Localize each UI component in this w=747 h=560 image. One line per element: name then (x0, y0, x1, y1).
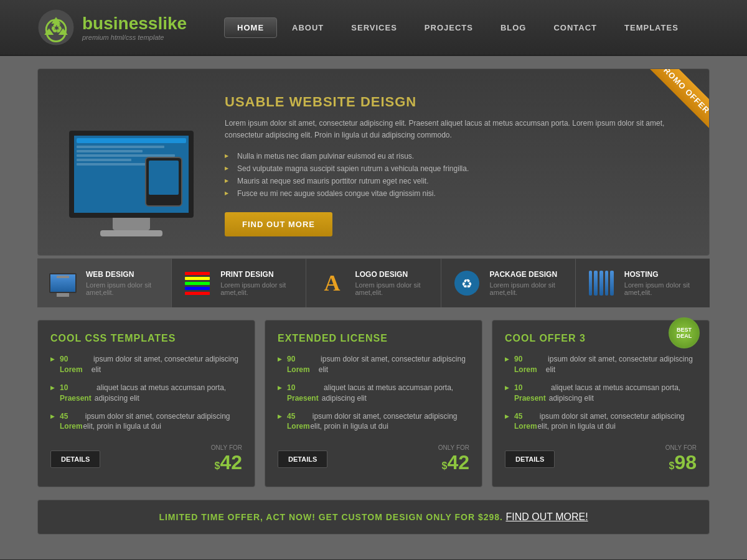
details-button[interactable]: DETAILS (50, 450, 100, 468)
svg-text:♻: ♻ (50, 21, 62, 35)
service-icon (47, 268, 78, 299)
service-desc: Lorem ipsum dolor sit amet,elit. (490, 281, 565, 296)
hero-description: Lorem ipsum dolor sit amet, consectetur … (225, 118, 690, 141)
hero-monitor (69, 131, 194, 236)
hero-bullet: Sed vulputate magna suscipit sapien rutr… (225, 162, 690, 175)
price-card-0: COOL CSS TEMPLATES 90 Lorem ipsum dolor … (37, 320, 255, 487)
service-info: WEB DESIGN Lorem ipsum dolor sit amet,el… (86, 270, 161, 296)
monitor-screen (69, 131, 194, 218)
price-footer: DETAILS ONLY FOR $98 (505, 444, 697, 474)
price-feature: 90 Lorem ipsum dolor sit amet, consectet… (278, 354, 469, 375)
price-footer: DETAILS ONLY FOR $42 (50, 444, 242, 474)
service-desc: Lorem ipsum dolor sit amet,elit. (220, 281, 296, 296)
services-bar: WEB DESIGN Lorem ipsum dolor sit amet,el… (37, 258, 710, 307)
hero-bullet: Mauris at neque sed mauris porttitor rut… (225, 175, 690, 187)
service-item-web-design[interactable]: WEB DESIGN Lorem ipsum dolor sit amet,el… (37, 259, 172, 307)
price-footer: DETAILS ONLY FOR $42 (278, 444, 469, 474)
service-info: HOSTING Lorem ipsum dolor sit amet,elit. (624, 270, 700, 296)
price-value: $42 (211, 451, 242, 474)
nav-item-blog[interactable]: BLOG (488, 18, 539, 37)
logo-area: ♻ businesslike premium html/css template (37, 9, 187, 46)
hero-section: USABLE WEBSITE DEISGN Lorem ipsum dolor … (37, 68, 710, 256)
promo-ribbon: PROMO OFFER (634, 68, 710, 144)
hosting-icon (589, 271, 614, 296)
limited-offer-text: LIMITED TIME OFFER, ACT NOW! GET CUSTOM … (159, 512, 503, 522)
nav-item-about[interactable]: ABOUT (280, 18, 336, 37)
hero-content: USABLE WEBSITE DEISGN Lorem ipsum dolor … (225, 88, 690, 236)
price-display: ONLY FOR $98 (665, 444, 697, 474)
service-item-print-design[interactable]: PRINT DESIGN Lorem ipsum dolor sit amet,… (172, 259, 306, 307)
service-desc: Lorem ipsum dolor sit amet,elit. (355, 281, 430, 296)
service-icon: ♻ (451, 268, 482, 299)
logo-subtitle: premium html/css template (82, 34, 187, 41)
price-card-1: EXTENDED LICENSE 90 Lorem ipsum dolor si… (265, 320, 482, 487)
price-card-title: COOL OFFER 3 (505, 333, 697, 344)
nav-item-services[interactable]: SERVICES (339, 18, 410, 37)
price-card-title: COOL CSS TEMPLATES (50, 333, 242, 344)
price-card-title: EXTENDED LICENSE (278, 333, 469, 344)
service-icon (586, 268, 617, 299)
hero-bullet: Nulla in metus nec diam pulvinar euismod… (225, 150, 690, 162)
logo-text: businesslike (82, 14, 187, 34)
price-value: $98 (665, 451, 697, 474)
service-info: LOGO DESIGN Lorem ipsum dolor sit amet,e… (355, 270, 430, 296)
price-display: ONLY FOR $42 (211, 444, 242, 474)
price-value: $42 (438, 451, 469, 474)
nav-item-contact[interactable]: CONTACT (541, 18, 609, 37)
service-title: PRINT DESIGN (220, 270, 296, 279)
hero-cta-button[interactable]: FIND OUT MORE (225, 212, 332, 236)
package-icon: ♻ (454, 271, 479, 296)
only-for-label: ONLY FOR (665, 444, 697, 451)
header: ♻ businesslike premium html/css template… (0, 0, 747, 56)
service-icon: A (316, 268, 347, 299)
service-desc: Lorem ipsum dolor sit amet,elit. (86, 281, 161, 296)
logo-text-area: businesslike premium html/css template (82, 14, 187, 41)
price-feature: 90 Lorem ipsum dolor sit amet, consectet… (505, 354, 697, 375)
logo-a-icon: A (324, 270, 340, 296)
hero-bullets: Nulla in metus nec diam pulvinar euismod… (225, 150, 690, 200)
ribbon-text: PROMO OFFER (642, 68, 710, 131)
service-info: PRINT DESIGN Lorem ipsum dolor sit amet,… (220, 270, 296, 296)
service-icon (182, 268, 213, 299)
only-for-label: ONLY FOR (438, 444, 469, 451)
price-feature: 45 Lorem ipsum dolor sit amet, consectet… (505, 411, 697, 432)
monitor-icon (49, 273, 77, 293)
details-button[interactable]: DETAILS (505, 450, 555, 468)
pricing-section: COOL CSS TEMPLATES 90 Lorem ipsum dolor … (37, 320, 710, 487)
service-title: PACKAGE DESIGN (490, 270, 565, 279)
price-feature: 45 Lorem ipsum dolor sit amet, consectet… (278, 411, 469, 432)
service-item-logo-design[interactable]: A LOGO DESIGN Lorem ipsum dolor sit amet… (306, 259, 441, 307)
main-nav: HOMEABOUTSERVICESPROJECTSBLOGCONTACTTEMP… (224, 17, 691, 38)
service-info: PACKAGE DESIGN Lorem ipsum dolor sit ame… (490, 270, 565, 296)
service-item-hosting[interactable]: HOSTING Lorem ipsum dolor sit amet,elit. (576, 259, 710, 307)
price-feature: 10 Praesent aliquet lacus at metus accum… (50, 383, 242, 404)
service-desc: Lorem ipsum dolor sit amet,elit. (624, 281, 700, 296)
print-icon (185, 271, 210, 296)
main-content: USABLE WEBSITE DEISGN Lorem ipsum dolor … (0, 56, 747, 559)
limited-offer-banner: LIMITED TIME OFFER, ACT NOW! GET CUSTOM … (37, 500, 710, 534)
hero-title: USABLE WEBSITE DEISGN (225, 94, 690, 110)
service-title: LOGO DESIGN (355, 270, 430, 279)
svg-text:♻: ♻ (461, 277, 472, 291)
service-title: HOSTING (624, 270, 700, 279)
nav-item-projects[interactable]: PROJECTS (412, 18, 486, 37)
service-title: WEB DESIGN (86, 270, 161, 279)
nav-item-templates[interactable]: TEMPLATES (612, 18, 691, 37)
limited-offer-link[interactable]: FIND OUT MORE! (505, 511, 588, 522)
hero-image (57, 88, 206, 236)
price-feature: 45 Lorem ipsum dolor sit amet, consectet… (50, 411, 242, 432)
details-button[interactable]: DETAILS (278, 450, 327, 468)
nav-item-home[interactable]: HOME (224, 17, 277, 38)
only-for-label: ONLY FOR (211, 444, 242, 451)
hero-bullet: Fusce eu mi nec augue sodales congue vit… (225, 187, 690, 200)
price-feature: 10 Praesent aliquet lacus at metus accum… (278, 383, 469, 404)
price-feature: 90 Lorem ipsum dolor sit amet, consectet… (50, 354, 242, 375)
service-item-package-design[interactable]: ♻ PACKAGE DESIGN Lorem ipsum dolor sit a… (441, 259, 576, 307)
price-display: ONLY FOR $42 (438, 444, 469, 474)
price-feature: 10 Praesent aliquet lacus at metus accum… (505, 383, 697, 404)
price-card-2: BESTDEAL COOL OFFER 3 90 Lorem ipsum dol… (492, 320, 710, 487)
logo-icon: ♻ (37, 9, 75, 46)
